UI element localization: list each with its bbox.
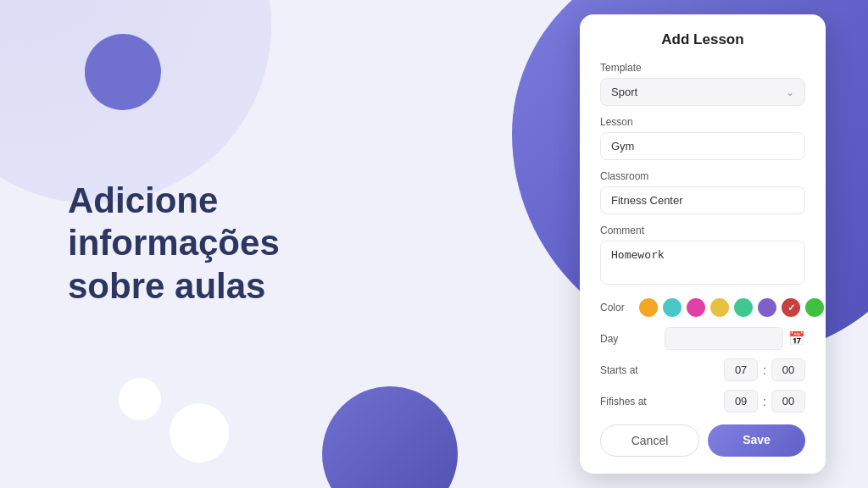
- lesson-input[interactable]: [600, 132, 805, 160]
- save-button[interactable]: Save: [708, 424, 805, 457]
- color-swatch-orange[interactable]: [639, 298, 658, 317]
- classroom-field: Classroom: [600, 170, 805, 214]
- starts-at-row: Starts at :: [600, 358, 805, 381]
- template-field: Template Sport ⌄: [600, 62, 805, 106]
- finishes-at-row: Fifishes at :: [600, 390, 805, 413]
- lesson-label: Lesson: [600, 116, 805, 128]
- dialog-title: Add Lesson: [600, 31, 805, 48]
- add-lesson-dialog: Add Lesson Template Sport ⌄ Lesson Class…: [580, 14, 826, 474]
- comment-field: Comment Homework: [600, 225, 805, 288]
- color-swatch-yellow[interactable]: [710, 298, 729, 317]
- calendar-icon[interactable]: 📅: [788, 330, 805, 347]
- finishes-hour-input[interactable]: [724, 390, 758, 413]
- finishes-colon: :: [763, 395, 766, 408]
- bg-blob-purple-circle: [85, 34, 161, 110]
- hero-heading: Adicioneinformaçõessobre aulas: [68, 180, 280, 308]
- finishes-at-right: :: [724, 390, 805, 413]
- starts-at-label: Starts at: [600, 364, 638, 376]
- dialog-buttons: Cancel Save: [600, 424, 805, 457]
- day-right: 📅: [665, 327, 805, 350]
- template-value: Sport: [611, 86, 637, 98]
- cancel-button[interactable]: Cancel: [600, 424, 699, 457]
- color-swatch-green[interactable]: [805, 298, 824, 317]
- starts-at-right: :: [724, 358, 805, 381]
- comment-textarea[interactable]: Homework: [600, 241, 805, 285]
- lesson-field: Lesson: [600, 116, 805, 160]
- color-row: Color: [600, 298, 805, 317]
- color-label: Color: [600, 302, 634, 313]
- starts-min-input[interactable]: [771, 358, 805, 381]
- starts-colon: :: [763, 363, 766, 377]
- bg-blob-bottom-white: [170, 403, 229, 463]
- comment-label: Comment: [600, 225, 805, 236]
- starts-hour-input[interactable]: [724, 358, 758, 381]
- finishes-min-input[interactable]: [771, 390, 805, 413]
- bg-blob-bottom-tiny-white: [119, 378, 161, 420]
- finishes-at-label: Fifishes at: [600, 396, 647, 408]
- color-swatch-mint[interactable]: [734, 298, 753, 317]
- day-row: Day 📅: [600, 327, 805, 350]
- hero-text: Adicioneinformaçõessobre aulas: [68, 180, 280, 308]
- color-swatch-teal[interactable]: [663, 298, 682, 317]
- color-swatch-red[interactable]: [782, 298, 800, 317]
- day-label: Day: [600, 333, 618, 345]
- classroom-input[interactable]: [600, 186, 805, 214]
- template-select[interactable]: Sport ⌄: [600, 78, 805, 106]
- dialog-card: Add Lesson Template Sport ⌄ Lesson Class…: [580, 14, 826, 474]
- day-input[interactable]: [665, 327, 783, 350]
- color-swatch-pink[interactable]: [687, 298, 705, 317]
- bg-blob-bottom-center-purple: [322, 386, 458, 488]
- bg-blob-top-left: [0, 0, 271, 203]
- classroom-label: Classroom: [600, 170, 805, 182]
- template-label: Template: [600, 62, 805, 74]
- color-swatch-purple[interactable]: [758, 298, 776, 317]
- chevron-down-icon: ⌄: [786, 86, 794, 98]
